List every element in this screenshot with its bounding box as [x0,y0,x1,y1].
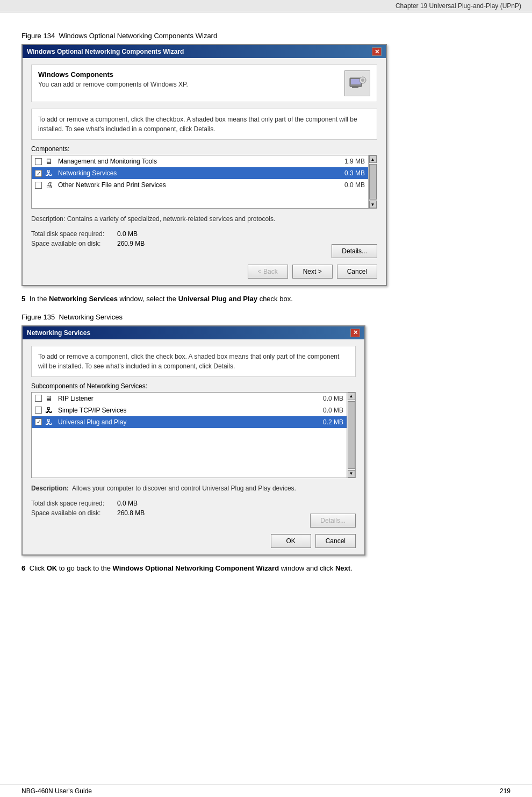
figure134-dialog: Windows Optional Networking Components W… [21,44,387,286]
disk-space-area135: Total disk space required: 0.0 MB Space … [31,500,145,519]
back-button134[interactable]: < Back [248,265,288,279]
tcp-icon: 🖧 [45,406,56,415]
disk-available-value134: 260.9 MB [117,240,145,247]
main-content: Figure 134 Windows Optional Networking C… [0,12,532,602]
dialog134-comp-list: 🖥 Management and Monitoring Tools 1.9 MB… [31,155,377,209]
dialog135-titlebar: Networking Services ✕ [23,326,364,339]
checkbox-tcp[interactable] [35,407,42,414]
checkbox-networking[interactable]: ✓ [35,170,42,177]
dialog134-description: Description: Contains a variety of speci… [31,214,377,224]
details-button134[interactable]: Details... [332,244,377,258]
page-footer: NBG-460N User's Guide 219 [0,785,532,797]
details-button135[interactable]: Details... [310,514,356,528]
item-name-management: Management and Monitoring Tools [58,158,344,165]
scrollbar-down135[interactable]: ▼ [348,470,355,478]
step5-text: 5 In the Networking Services window, sel… [21,294,511,304]
footer-right: 219 [500,787,511,795]
chapter-title: Chapter 19 Universal Plug-and-Play (UPnP… [396,2,521,10]
rip-icon: 🖥 [45,394,56,403]
scrollbar-up[interactable]: ▲ [369,155,377,163]
item-size-tcp: 0.0 MB [323,407,343,414]
mgmt-icon: 🖥 [45,157,56,166]
upnp-icon: 🖧 [45,418,56,426]
figure135-label: Figure 135 Networking Services [21,313,511,321]
disk-available-value135: 260.8 MB [117,509,145,517]
figure135-dialog: Networking Services ✕ To add or remove a… [21,325,365,556]
win-components-header: Windows Components You can add or remove… [31,65,377,102]
scrollbar-down[interactable]: ▼ [369,201,377,208]
item-size-rip: 0.0 MB [323,395,343,402]
disk-required-label134: Total disk space required: [31,230,117,238]
dialog134-title: Windows Optional Networking Components W… [27,48,184,55]
page-header: Chapter 19 Universal Plug-and-Play (UPnP… [0,0,532,12]
ok-button135[interactable]: OK [271,534,311,548]
subcomp-label: Subcomponents of Networking Services: [31,382,356,390]
checkbox-management[interactable] [35,158,42,165]
scrollbar134[interactable]: ▲ ▼ [368,155,377,208]
item-name-rip: RIP Listener [58,395,323,402]
item-size-other-network: 0.0 MB [344,181,365,189]
item-name-networking: Networking Services [58,169,344,177]
win-comp-icon [344,70,370,96]
dialog135-body: To add or remove a component, click the … [23,339,364,554]
dialog135-description: Description: Allows your computer to dis… [31,483,356,493]
item-size-networking: 0.3 MB [344,169,365,177]
scrollbar-thumb[interactable] [369,164,377,200]
item-size-management: 1.9 MB [344,158,365,165]
list-item[interactable]: 🖨 Other Network File and Print Services … [32,179,377,191]
next-button134[interactable]: Next > [292,265,333,279]
dialog134-titlebar: Windows Optional Networking Components W… [23,45,386,58]
checkbox-other-network[interactable] [35,182,42,189]
win-comp-desc: You can add or remove components of Wind… [38,81,188,88]
dialog134-close-btn[interactable]: ✕ [372,47,382,56]
checkbox-rip[interactable] [35,395,42,402]
win-components-text: Windows Components You can add or remove… [38,70,188,88]
svg-rect-2 [352,87,358,88]
dialog134-nav-buttons: < Back Next > Cancel [31,265,377,279]
step6-text: 6 Click OK to go back to the Windows Opt… [21,563,511,574]
scrollbar135[interactable]: ▲ ▼ [347,393,355,478]
list-item[interactable]: 🖥 RIP Listener 0.0 MB [32,393,355,404]
disk-available-label135: Space available on disk: [31,509,117,517]
disk-required-value135: 0.0 MB [117,500,138,507]
disk-space-area134: Total disk space required: 0.0 MB Space … [31,230,145,250]
dialog135-close-btn[interactable]: ✕ [350,329,360,337]
comp-list-label: Components: [31,145,377,153]
item-name-other-network: Other Network File and Print Services [58,181,344,189]
footer-left: NBG-460N User's Guide [21,787,92,795]
item-name-upnp: Universal Plug and Play [58,418,323,426]
list-item[interactable]: 🖧 Simple TCP/IP Services 0.0 MB [32,404,355,416]
checkbox-upnp[interactable]: ✓ [35,418,42,425]
list-item[interactable]: ✓ 🖧 Universal Plug and Play 0.2 MB [32,416,355,428]
dialog134-instruction: To add or remove a component, click the … [31,109,377,140]
list-item[interactable]: 🖥 Management and Monitoring Tools 1.9 MB [32,155,377,167]
dialog135-instruction: To add or remove a component, click the … [31,346,356,377]
dialog135-action-buttons: OK Cancel [31,534,356,548]
cancel-button134[interactable]: Cancel [337,265,377,279]
figure134-container: Windows Optional Networking Components W… [21,44,511,286]
disk-required-value134: 0.0 MB [117,230,138,238]
networking-icon: 🖧 [45,169,56,177]
dialog135-comp-list: 🖥 RIP Listener 0.0 MB 🖧 Simple TCP/IP Se… [31,392,356,478]
figure134-label: Figure 134 Windows Optional Networking C… [21,32,511,40]
scrollbar-thumb135[interactable] [348,401,355,469]
cancel-button135[interactable]: Cancel [315,534,356,548]
disk-required-label135: Total disk space required: [31,500,117,507]
scrollbar-up135[interactable]: ▲ [348,393,355,400]
svg-rect-1 [351,79,361,84]
item-name-tcp: Simple TCP/IP Services [58,407,323,414]
list-item[interactable]: ✓ 🖧 Networking Services 0.3 MB [32,167,377,179]
win-comp-title: Windows Components [38,70,188,79]
dialog134-body: Windows Components You can add or remove… [23,58,386,285]
other-network-icon: 🖨 [45,181,56,189]
figure135-container: Networking Services ✕ To add or remove a… [21,325,511,556]
svg-point-4 [361,79,364,82]
item-size-upnp: 0.2 MB [323,418,343,426]
dialog135-title: Networking Services [27,329,90,337]
disk-available-label134: Space available on disk: [31,240,117,247]
